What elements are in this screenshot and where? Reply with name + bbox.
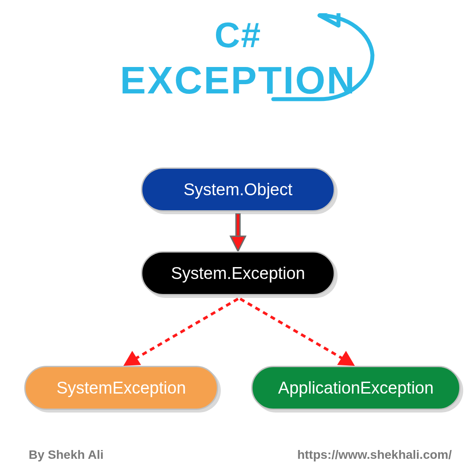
- svg-line-4: [132, 299, 238, 361]
- footer-author: By Shekh Ali: [29, 448, 104, 462]
- arrow-object-to-exception: [229, 212, 247, 252]
- footer-url: https://www.shekhali.com/: [297, 448, 452, 462]
- node-label: ApplicationException: [278, 379, 434, 398]
- svg-line-6: [240, 299, 346, 361]
- node-label: System.Exception: [171, 264, 305, 283]
- arrow-exception-to-applicationexception: [234, 294, 361, 369]
- title-line-2: EXCEPTION: [0, 59, 476, 102]
- node-system-exception: System.Exception: [141, 251, 335, 295]
- arrow-exception-to-systemexception: [117, 294, 245, 369]
- diagram-title: C# EXCEPTION: [0, 18, 476, 102]
- title-line-1: C#: [0, 18, 476, 53]
- node-label: SystemException: [56, 379, 186, 398]
- svg-marker-3: [231, 236, 245, 251]
- node-system-object: System.Object: [141, 167, 335, 212]
- curved-arrow-icon: [269, 13, 401, 106]
- node-applicationexception: ApplicationException: [251, 366, 461, 410]
- node-label: System.Object: [183, 180, 292, 199]
- node-systemexception: SystemException: [24, 366, 218, 410]
